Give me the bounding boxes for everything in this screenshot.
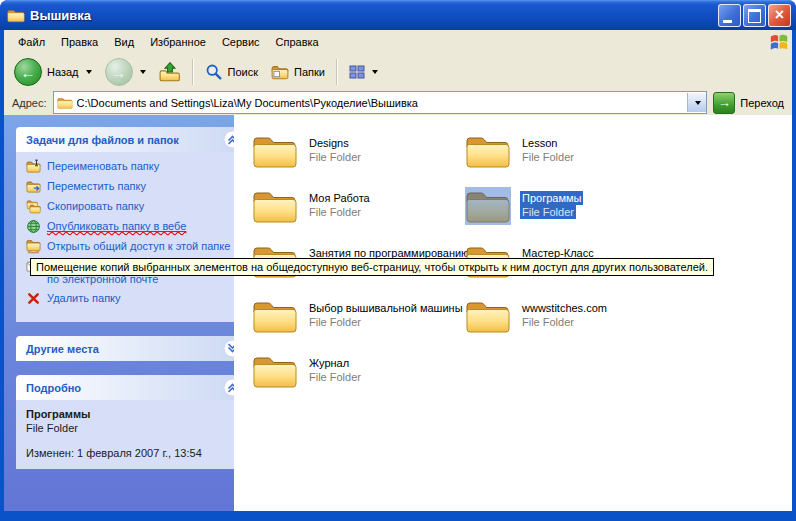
search-button[interactable]: Поиск [199,56,264,88]
up-button[interactable] [153,56,187,88]
file-type: File Folder [520,150,576,164]
menu-bar: Файл Правка Вид Избранное Сервис Справка [4,30,792,55]
other-places-title: Другие места [26,343,99,355]
toolbar-separator [336,59,338,85]
address-path: C:\Documents and Settings\Liza\My Docume… [77,97,684,109]
back-label: Назад [47,66,79,78]
forward-arrow-icon: → [105,58,133,86]
task-label: Переместить папку [47,180,146,193]
address-caret-icon [695,101,701,105]
folder-icon [252,132,298,170]
menu-file[interactable]: Файл [10,33,53,51]
task-publish-folder-web[interactable]: Опубликовать папку в вебе [26,220,240,234]
file-name: Lesson [520,136,576,150]
views-dropdown-caret-icon[interactable] [372,70,378,74]
file-tile-wwwstitches[interactable]: wwwstitches.comFile Folder [465,296,685,351]
task-label: Переименовать папку [47,160,159,173]
close-button[interactable] [768,4,791,27]
file-tasks-header[interactable]: Задачи для файлов и папок [16,127,246,152]
details-title: Подробно [26,382,81,394]
folders-label: Папки [294,66,325,78]
back-button[interactable]: ← Назад [8,56,98,88]
folders-button[interactable]: Папки [265,56,331,88]
file-tile-programmy-selected[interactable]: ПрограммыFile Folder [465,186,685,241]
details-type: File Folder [26,422,240,434]
tooltip: Помещение копий выбранных элементов на о… [30,258,714,276]
folder-icon [465,132,511,170]
file-list-area: DesignsFile Folder LessonFile Folder Моя… [234,115,792,511]
back-dropdown-caret-icon[interactable] [86,70,92,74]
forward-dropdown-caret-icon[interactable] [140,70,146,74]
file-tasks-box: Задачи для файлов и папок Переименовать … [16,127,246,322]
go-button[interactable]: → Переход [713,92,786,114]
share-folder-icon [26,239,41,254]
windows-flag-icon [769,32,789,52]
search-label: Поиск [228,66,258,78]
address-dropdown-button[interactable] [687,93,706,112]
address-bar: Адрес: C:\Documents and Settings\Liza\My… [4,90,792,118]
file-tile-designs[interactable]: DesignsFile Folder [252,131,465,186]
minimize-button[interactable] [718,4,741,27]
file-name: Журнал [307,356,363,370]
back-arrow-icon: ← [14,58,42,86]
toolbar-separator [192,59,194,85]
menu-view[interactable]: Вид [106,33,142,51]
folder-icon [252,352,298,390]
details-box: Подробно Программы File Folder Изменен: … [16,375,246,469]
menu-favorites[interactable]: Избранное [142,33,214,51]
file-tasks-title: Задачи для файлов и папок [26,134,179,146]
annotation-underline: Опубликовать папку в вебе [47,220,186,233]
views-grid-icon [349,64,365,80]
folder-icon [252,297,298,335]
address-folder-icon [57,95,73,111]
window-folder-icon [7,8,25,23]
address-input[interactable]: C:\Documents and Settings\Liza\My Docume… [53,91,708,114]
task-share-folder[interactable]: Открыть общий доступ к этой папке [26,240,240,254]
window-controls [718,4,791,27]
toolbar: ← Назад → Поиск Папки [4,54,792,91]
task-copy-folder[interactable]: Скопировать папку [26,200,240,214]
task-label: Открыть общий доступ к этой папке [47,240,230,253]
details-body: Программы File Folder Изменен: 1 февраля… [16,400,246,469]
task-label: Удалить папку [47,292,121,305]
task-pane: Задачи для файлов и папок Переименовать … [4,115,256,511]
details-name: Программы [26,408,240,420]
menu-edit[interactable]: Правка [53,33,106,51]
views-button[interactable] [343,56,384,88]
other-places-box: Другие места [16,336,246,361]
file-tile-moya-rabota[interactable]: Моя РаботаFile Folder [252,186,465,241]
other-places-header[interactable]: Другие места [16,336,246,361]
go-label: Переход [740,97,784,109]
task-move-folder[interactable]: Переместить папку [26,180,240,194]
file-type: File Folder [307,370,363,384]
task-delete-folder[interactable]: Удалить папку [26,292,240,306]
folders-icon [271,63,289,81]
title-bar[interactable]: Вышивка [0,0,796,30]
menu-tools[interactable]: Сервис [214,33,268,51]
rename-folder-icon [26,159,41,174]
file-type: File Folder [307,205,363,219]
task-label: Опубликовать папку в вебе [47,220,186,232]
file-name: Designs [307,136,363,150]
file-name: Моя Работа [307,191,372,205]
delete-folder-icon [26,291,41,306]
go-arrow-icon: → [713,92,735,114]
file-tile-lesson[interactable]: LessonFile Folder [465,131,685,186]
publish-web-icon [26,219,41,234]
up-folder-icon [159,62,181,82]
address-label: Адрес: [12,97,47,109]
file-name: Программы [520,191,583,205]
forward-button[interactable]: → [99,56,152,88]
file-tile-vybor-mashiny[interactable]: Выбор вышивальной машиныFile Folder [252,296,465,351]
windows-logo [766,31,792,53]
task-rename-folder[interactable]: Переименовать папку [26,160,240,174]
details-modified: Изменен: 1 февраля 2007 г., 13:54 [26,447,240,459]
file-tile-zhurnal[interactable]: ЖурналFile Folder [252,351,465,406]
maximize-button[interactable] [743,4,766,27]
explorer-window: Вышивка Файл Правка Вид Избранное Сервис… [0,0,796,521]
menu-help[interactable]: Справка [268,33,327,51]
details-header[interactable]: Подробно [16,375,246,400]
file-type: File Folder [520,315,576,329]
task-label: Скопировать папку [47,200,144,213]
search-icon [205,63,223,81]
